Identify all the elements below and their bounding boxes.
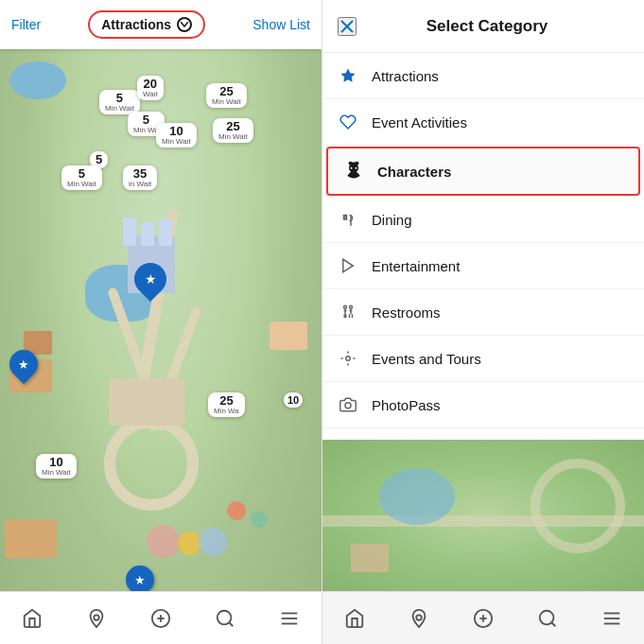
wait-bubble-10: 25 Min Wa	[208, 392, 245, 417]
castle-tower-3	[159, 219, 172, 246]
svg-point-4	[218, 610, 232, 624]
decoration-2	[251, 511, 268, 528]
entertainment-label: Entertainment	[372, 258, 460, 274]
category-item-characters[interactable]: Characters	[326, 147, 640, 196]
map-background: 5 Min Wait 20 Wait 25 Min Wait 5 Min Wa …	[0, 0, 322, 644]
map-top-bar: Filter Attractions Show List	[0, 0, 322, 49]
svg-marker-19	[343, 259, 354, 272]
main-location-pin[interactable]: ★	[134, 263, 166, 295]
water-1	[9, 61, 66, 99]
svg-marker-11	[341, 69, 356, 82]
events-tours-icon	[338, 348, 358, 369]
decoration-1	[227, 501, 246, 520]
wait-bubble-11: 10 Min Wait	[36, 454, 77, 479]
category-dropdown[interactable]: Attractions	[88, 10, 205, 39]
entertainment-icon	[338, 255, 358, 276]
wait-bubble-9: 35 in Wait	[123, 165, 157, 190]
svg-point-12	[351, 167, 353, 169]
building-4	[270, 322, 307, 350]
svg-line-47	[551, 622, 555, 626]
category-list: Attractions Event Activities	[322, 53, 644, 440]
svg-point-42	[416, 615, 422, 620]
panel-title: Select Category	[368, 17, 629, 36]
main-plaza	[109, 378, 184, 426]
castle-tower-2	[141, 222, 154, 246]
right-bottom-nav	[322, 591, 644, 644]
nav-home[interactable]	[10, 604, 54, 633]
svg-point-46	[540, 610, 554, 624]
category-item-events-tours[interactable]: Events and Tours	[322, 336, 644, 382]
wait-bubble-5: 10 Min Wait	[156, 123, 197, 148]
right-panel-header: Select Category	[322, 0, 644, 53]
right-nav-add[interactable]	[461, 604, 505, 633]
left-bottom-nav	[0, 591, 322, 644]
nav-add[interactable]	[139, 604, 183, 633]
event-activities-label: Event Activities	[372, 114, 467, 131]
svg-line-5	[229, 622, 233, 626]
map-preview-background	[322, 440, 644, 591]
nav-search[interactable]	[203, 604, 247, 633]
category-item-attractions[interactable]: Attractions	[322, 53, 644, 99]
wait-bubble-12: 10	[284, 392, 303, 408]
wait-bubble-2: 20 Wait	[137, 76, 164, 100]
right-nav-home[interactable]	[333, 604, 376, 633]
photopass-icon	[338, 394, 358, 415]
category-item-event-activities[interactable]: Event Activities	[322, 99, 644, 146]
right-bottom-map	[322, 440, 644, 591]
svg-point-20	[344, 305, 347, 308]
right-nav-location[interactable]	[397, 604, 441, 633]
category-item-entertainment[interactable]: Entertainment	[322, 243, 644, 289]
attractions-icon	[338, 65, 358, 86]
attractions-label: Attractions	[372, 68, 439, 84]
show-list-button[interactable]: Show List	[252, 17, 310, 32]
road-circle	[104, 416, 199, 511]
preview-circle-1	[531, 459, 625, 553]
dining-icon	[338, 209, 358, 230]
characters-icon	[343, 161, 364, 182]
right-nav-search[interactable]	[526, 604, 569, 633]
category-dropdown-label: Attractions	[101, 17, 171, 32]
wait-bubble-3: 25 Min Wait	[206, 83, 247, 108]
left-map-panel: 5 Min Wait 20 Wait 25 Min Wait 5 Min Wa …	[0, 0, 322, 644]
preview-water	[379, 468, 455, 525]
wait-bubble-8: 5 Min Wait	[61, 165, 102, 190]
restrooms-label: Restrooms	[372, 305, 441, 321]
event-activities-icon	[338, 112, 358, 132]
wait-bubble-6: 25 Min Wait	[213, 118, 253, 143]
events-tours-label: Events and Tours	[372, 351, 481, 367]
svg-point-13	[356, 167, 357, 169]
chevron-down-icon	[177, 17, 192, 32]
close-button[interactable]	[338, 17, 357, 36]
park-area-3	[199, 528, 227, 556]
photopass-label: PhotoPass	[372, 397, 441, 413]
castle-tower-1	[123, 218, 136, 246]
nav-location[interactable]	[75, 604, 118, 633]
category-item-guest-services[interactable]: Guest Services	[322, 428, 644, 440]
category-item-dining[interactable]: Dining	[322, 197, 644, 243]
park-area-1	[147, 525, 180, 558]
category-item-photopass[interactable]: PhotoPass	[322, 382, 644, 428]
preview-building-1	[351, 544, 389, 572]
restrooms-icon	[338, 302, 358, 322]
dining-label: Dining	[372, 212, 412, 228]
characters-label: Characters	[377, 164, 451, 180]
building-3	[5, 520, 57, 558]
right-nav-menu[interactable]	[590, 604, 634, 633]
right-panel: Select Category Attractions Event Activi…	[322, 0, 644, 644]
category-item-restrooms[interactable]: Restrooms	[322, 289, 644, 336]
nav-menu[interactable]	[268, 604, 311, 633]
svg-point-35	[345, 403, 351, 409]
filter-button[interactable]: Filter	[11, 17, 41, 32]
svg-point-30	[346, 357, 351, 361]
svg-point-21	[350, 305, 353, 308]
svg-point-0	[94, 615, 99, 620]
